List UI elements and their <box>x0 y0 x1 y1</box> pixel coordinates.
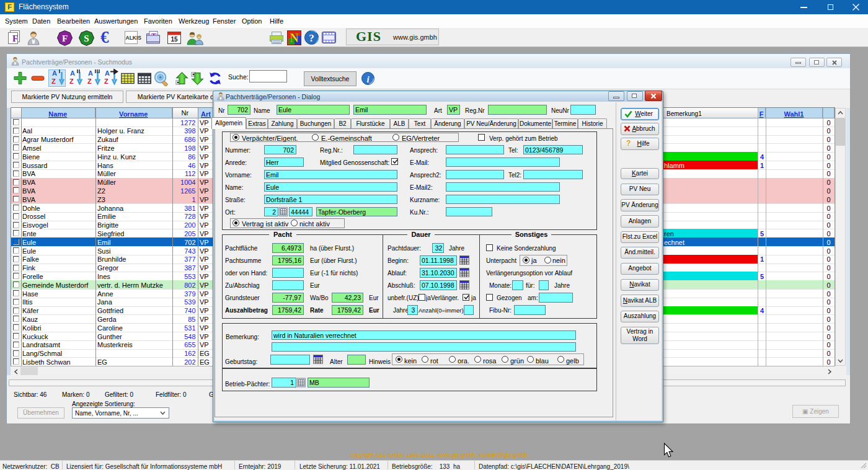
svg-text:ALKIS: ALKIS <box>126 35 142 41</box>
svg-text:?: ? <box>309 32 314 44</box>
svg-text:F: F <box>62 33 68 43</box>
svg-text:S: S <box>84 33 89 43</box>
svg-text:15: 15 <box>170 36 178 43</box>
svg-text:N: N <box>290 31 299 45</box>
svg-text:F: F <box>12 33 18 43</box>
